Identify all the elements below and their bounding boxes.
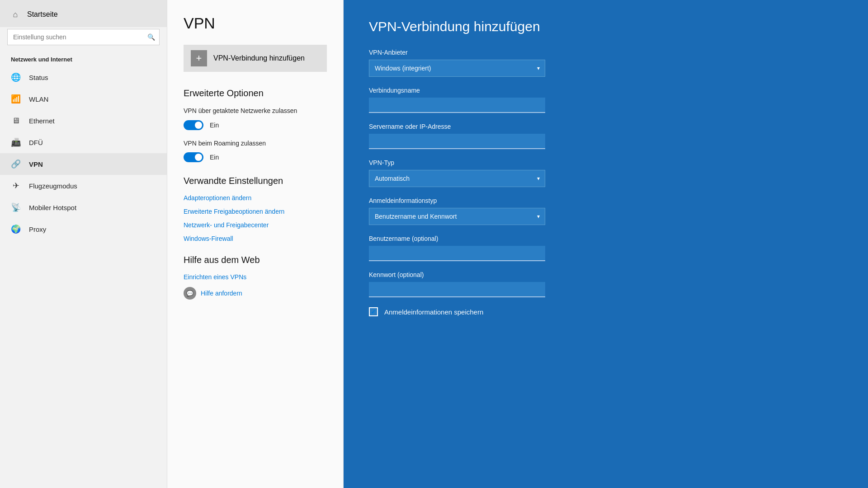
option-row-2: VPN beim Roaming zulassen Ein (184, 139, 327, 163)
username-input[interactable] (369, 246, 545, 261)
flugzeugmodus-icon: ✈ (11, 181, 21, 191)
help-heading: Hilfe aus dem Web (184, 255, 327, 265)
vpn-provider-select-wrapper: Windows (integriert) ▾ (369, 60, 545, 77)
sidebar-item-status-label: Status (29, 74, 48, 81)
sidebar-item-ethernet[interactable]: 🖥 Ethernet (0, 110, 167, 131)
search-input[interactable] (7, 29, 160, 45)
middle-panel: VPN + VPN-Verbindung hinzufügen Erweiter… (167, 0, 344, 488)
add-vpn-label: VPN-Verbindung hinzufügen (213, 54, 305, 62)
related-section: Verwandte Einstellungen Adapteroptionen … (184, 176, 327, 242)
toggle-metered-networks[interactable] (184, 120, 203, 130)
add-vpn-plus-icon: + (191, 50, 207, 66)
sidebar-item-flugzeugmodus[interactable]: ✈ Flugzeugmodus (0, 175, 167, 197)
ethernet-icon: 🖥 (11, 116, 21, 126)
vpn-provider-field: VPN-Anbieter Windows (integriert) ▾ (369, 49, 843, 77)
toggle1-text: Ein (210, 122, 219, 129)
sidebar-item-mobiler-hotspot[interactable]: 📡 Mobiler Hotspot (0, 197, 167, 218)
sidebar: ⌂ Startseite 🔍 Netzwerk und Internet 🌐 S… (0, 0, 167, 488)
status-icon: 🌐 (11, 72, 21, 82)
sidebar-home-button[interactable]: ⌂ Startseite (0, 0, 167, 27)
server-field: Servername oder IP-Adresse (369, 123, 843, 149)
toggle-row-1: Ein (184, 120, 327, 130)
sidebar-home-label: Startseite (27, 10, 58, 19)
connection-name-label: Verbindungsname (369, 87, 843, 94)
password-label: Kennwort (optional) (369, 271, 843, 278)
sidebar-item-dfue-label: DFÜ (29, 139, 43, 146)
help-anfordern-row: 💬 Hilfe anfordern (184, 287, 327, 300)
connection-name-field: Verbindungsname (369, 87, 843, 113)
advanced-heading: Erweiterte Optionen (184, 88, 327, 99)
link-adapteroptionen[interactable]: Adapteroptionen ändern (184, 194, 327, 202)
connection-name-input[interactable] (369, 98, 545, 113)
sidebar-item-proxy[interactable]: 🌍 Proxy (0, 218, 167, 240)
checkmark-icon: ✓ (371, 308, 376, 315)
mobiler-hotspot-icon: 📡 (11, 202, 21, 212)
sidebar-item-vpn-label: VPN (29, 160, 43, 168)
server-label: Servername oder IP-Adresse (369, 123, 843, 130)
vpn-type-select[interactable]: Automatisch IKEv2 L2TP/IPsec PPTP SSTP (369, 170, 545, 187)
toggle-row-2: Ein (184, 152, 327, 162)
help-section: Hilfe aus dem Web Einrichten eines VPNs … (184, 255, 327, 300)
sidebar-item-vpn[interactable]: 🔗 VPN (0, 153, 167, 175)
sidebar-navigation: 🌐 Status 📶 WLAN 🖥 Ethernet 📠 DFÜ 🔗 VPN ✈… (0, 66, 167, 240)
vpn-provider-label: VPN-Anbieter (369, 49, 843, 56)
help-anfordern-icon: 💬 (184, 287, 196, 300)
sidebar-item-ethernet-label: Ethernet (29, 117, 55, 125)
auth-type-field: Anmeldeinformationstyp Benutzername und … (369, 197, 843, 225)
toggle-knob-2 (195, 154, 202, 161)
sidebar-item-wlan[interactable]: 📶 WLAN (0, 88, 167, 110)
auth-type-select-wrapper: Benutzername und Kennwort Zertifikat EAP… (369, 208, 545, 225)
sidebar-item-mobiler-hotspot-label: Mobiler Hotspot (29, 204, 76, 211)
vpn-type-select-wrapper: Automatisch IKEv2 L2TP/IPsec PPTP SSTP ▾ (369, 170, 545, 187)
save-credentials-label: Anmeldeinformationen speichern (384, 308, 483, 316)
vpn-title: VPN (184, 14, 327, 32)
password-input[interactable] (369, 282, 545, 297)
vpn-provider-select[interactable]: Windows (integriert) (369, 60, 545, 77)
sidebar-section-label: Netzwerk und Internet (0, 52, 167, 66)
link-hilfe-anfordern[interactable]: Hilfe anfordern (201, 290, 242, 297)
add-vpn-button[interactable]: + VPN-Verbindung hinzufügen (184, 45, 327, 72)
option-row-1: VPN über getaktete Netzwerke zulassen Ei… (184, 107, 327, 130)
vpn-icon: 🔗 (11, 159, 21, 169)
dfue-icon: 📠 (11, 137, 21, 147)
auth-type-select[interactable]: Benutzername und Kennwort Zertifikat EAP (369, 208, 545, 225)
sidebar-item-flugzeugmodus-label: Flugzeugmodus (29, 182, 77, 190)
sidebar-item-wlan-label: WLAN (29, 95, 48, 103)
username-label: Benutzername (optional) (369, 235, 843, 242)
form-title: VPN-Verbindung hinzufügen (369, 19, 843, 34)
home-icon: ⌂ (11, 10, 20, 19)
auth-type-label: Anmeldeinformationstyp (369, 197, 843, 204)
password-field: Kennwort (optional) (369, 271, 843, 297)
sidebar-item-dfue[interactable]: 📠 DFÜ (0, 131, 167, 153)
toggle-knob-1 (195, 122, 202, 129)
search-icon: 🔍 (147, 33, 155, 41)
link-freigabecenter[interactable]: Netzwerk- und Freigabecenter (184, 221, 327, 229)
wlan-icon: 📶 (11, 94, 21, 104)
related-heading: Verwandte Einstellungen (184, 176, 327, 186)
option1-label: VPN über getaktete Netzwerke zulassen (184, 107, 327, 116)
toggle2-text: Ein (210, 154, 219, 161)
save-credentials-checkbox[interactable]: ✓ (369, 307, 378, 316)
vpn-type-label: VPN-Typ (369, 159, 843, 166)
link-firewall[interactable]: Windows-Firewall (184, 235, 327, 242)
sidebar-item-proxy-label: Proxy (29, 225, 46, 233)
right-panel: VPN-Verbindung hinzufügen VPN-Anbieter W… (344, 0, 868, 488)
vpn-type-field: VPN-Typ Automatisch IKEv2 L2TP/IPsec PPT… (369, 159, 843, 187)
option2-label: VPN beim Roaming zulassen (184, 139, 327, 148)
server-input[interactable] (369, 134, 545, 149)
sidebar-item-status[interactable]: 🌐 Status (0, 66, 167, 88)
save-credentials-row: ✓ Anmeldeinformationen speichern (369, 307, 843, 316)
proxy-icon: 🌍 (11, 224, 21, 234)
link-freigabeoptionen[interactable]: Erweiterte Freigabeoptionen ändern (184, 208, 327, 215)
search-box: 🔍 (7, 29, 160, 45)
username-field: Benutzername (optional) (369, 235, 843, 261)
toggle-roaming[interactable] (184, 152, 203, 162)
link-einrichten-vpn[interactable]: Einrichten eines VPNs (184, 273, 327, 281)
